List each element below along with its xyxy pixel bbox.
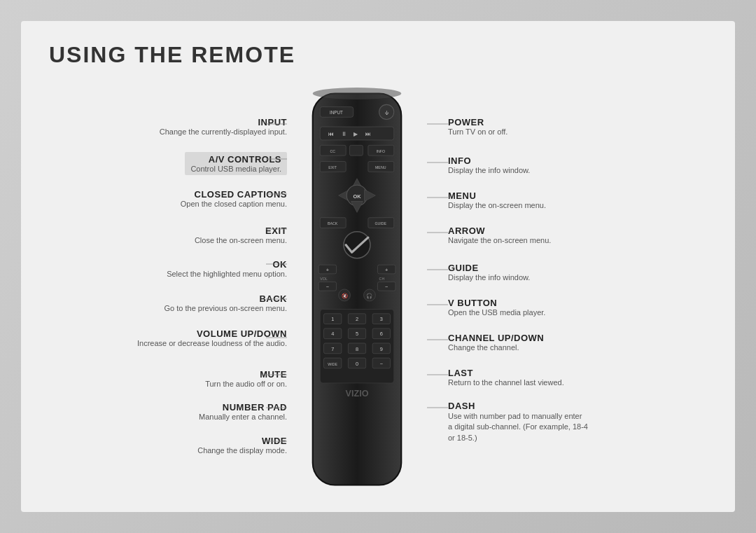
svg-text:⏻: ⏻ [385,111,388,115]
svg-text:CC: CC [330,148,335,153]
label-back-desc: Go to the previous on-screen menu. [164,304,287,312]
label-power-title: POWER [448,117,507,127]
svg-text:WIDE: WIDE [328,361,337,366]
label-wide: WIDE Change the display mode. [197,436,287,455]
label-info: INFO Display the info window. [448,155,530,174]
svg-text:OK: OK [353,193,361,200]
label-mute-desc: Turn the audio off or on. [205,380,287,388]
label-av-desc: Control USB media player. [190,165,281,173]
svg-text:⏮: ⏮ [328,130,334,137]
svg-point-1 [313,88,402,99]
label-dash-title: DASH [448,401,588,411]
label-volume: VOLUME UP/DOWN Increase or decrease loud… [137,328,287,347]
label-exit-title: EXIT [195,226,287,236]
label-input-desc: Change the currently-displayed input. [160,127,287,136]
svg-text:4: 4 [331,331,334,337]
svg-point-31 [344,231,370,258]
content-area: INPUT Change the currently-displayed inp… [49,89,707,489]
label-number-pad: NUMBER PAD Manually enter a channel. [199,402,287,421]
svg-text:▶: ▶ [354,130,358,137]
svg-text:−: − [326,283,329,289]
label-volume-desc: Increase or decrease loudness of the aud… [137,339,287,347]
right-labels: POWER Turn TV on or off. INFO Display th… [427,89,707,489]
main-container: USING THE REMOTE INPUT Change the curren… [21,21,735,512]
svg-text:VIZIO: VIZIO [345,388,368,398]
svg-text:2: 2 [356,316,358,322]
label-info-desc: Display the info window. [448,166,530,174]
label-av-title: A/V CONTROLS [190,154,281,165]
label-closed-captions: CLOSED CAPTIONS Open the closed caption … [181,189,287,208]
label-vbutton-title: V BUTTON [448,298,545,308]
label-av-controls: A/V CONTROLS Control USB media player. [185,152,287,175]
label-arrow-desc: Navigate the on-screen menu. [448,236,551,244]
label-mute-title: MUTE [205,369,287,380]
label-power-desc: Turn TV on or off. [448,127,507,136]
svg-text:5: 5 [356,331,358,337]
svg-text:⏭: ⏭ [365,130,371,137]
svg-text:EXIT: EXIT [328,165,337,169]
svg-text:9: 9 [380,345,383,352]
label-guide: GUIDE Display the info window. [448,263,530,282]
label-dash: DASH Use with number pad to manually ent… [448,401,588,443]
label-dash-desc: Use with number pad to manually enter a … [448,411,588,443]
svg-text:7: 7 [331,345,334,352]
svg-text:INFO: INFO [376,148,385,153]
label-back-title: BACK [164,293,287,304]
svg-text:3: 3 [380,316,383,322]
svg-text:GUIDE: GUIDE [374,221,386,226]
svg-text:🔇: 🔇 [342,292,349,298]
label-last-desc: Return to the channel last viewed. [448,378,564,387]
svg-text:■: ■ [355,148,357,153]
label-v-button: V BUTTON Open the USB media player. [448,298,545,317]
label-ok-title: OK [167,259,287,270]
label-cc-desc: Open the closed caption menu. [181,200,287,208]
right-connectors [427,89,448,495]
label-wide-desc: Change the display mode. [197,446,287,455]
svg-text:1: 1 [331,316,334,322]
label-guide-title: GUIDE [448,263,530,273]
label-cc-title: CLOSED CAPTIONS [181,189,287,200]
label-vbutton-desc: Open the USB media player. [448,308,545,317]
label-info-title: INFO [448,155,530,166]
label-input-title: INPUT [160,117,287,127]
label-last: LAST Return to the channel last viewed. [448,368,564,387]
left-labels: INPUT Change the currently-displayed inp… [49,89,287,489]
label-channel-desc: Change the channel. [448,343,544,352]
label-ok-desc: Select the highlighted menu option. [167,270,287,278]
svg-text:INPUT: INPUT [330,110,343,115]
svg-text:CH: CH [379,277,385,281]
label-input: INPUT Change the currently-displayed inp… [160,117,287,136]
svg-text:🎧: 🎧 [366,292,373,298]
label-volume-title: VOLUME UP/DOWN [137,328,287,339]
svg-text:+: + [326,266,329,272]
label-arrow: ARROW Navigate the on-screen menu. [448,226,551,244]
remote-image-area: INPUT ⏻ ⏮ ⏸ ▶ ⏭ CC ■ INFO [287,89,427,489]
label-menu-desc: Display the on-screen menu. [448,201,546,209]
label-guide-desc: Display the info window. [448,273,530,282]
svg-text:VOL: VOL [320,277,328,281]
svg-text:BACK: BACK [328,221,338,226]
label-arrow-title: ARROW [448,226,551,236]
svg-text:MENU: MENU [375,165,386,169]
svg-text:−: − [385,283,388,289]
label-numpad-desc: Manually enter a channel. [199,413,287,421]
label-wide-title: WIDE [197,436,287,446]
svg-text:+: + [385,266,388,272]
svg-text:8: 8 [356,345,358,352]
label-mute: MUTE Turn the audio off or on. [205,369,287,388]
label-ok: OK Select the highlighted menu option. [167,259,287,278]
svg-text:⏸: ⏸ [341,130,346,137]
label-menu: MENU Display the on-screen menu. [448,191,546,209]
label-power: POWER Turn TV on or off. [448,117,507,136]
label-back: BACK Go to the previous on-screen menu. [164,293,287,312]
label-channel-title: CHANNEL UP/DOWN [448,333,544,343]
label-menu-title: MENU [448,191,546,201]
label-numpad-title: NUMBER PAD [199,402,287,413]
svg-text:0: 0 [356,360,358,366]
page-title: USING THE REMOTE [49,42,707,68]
svg-text:−: − [380,360,383,366]
remote-svg: INPUT ⏻ ⏮ ⏸ ▶ ⏭ CC ■ INFO [294,86,420,492]
svg-text:6: 6 [380,331,383,337]
label-exit-desc: Close the on-screen menu. [195,236,287,244]
label-channel: CHANNEL UP/DOWN Change the channel. [448,333,544,352]
